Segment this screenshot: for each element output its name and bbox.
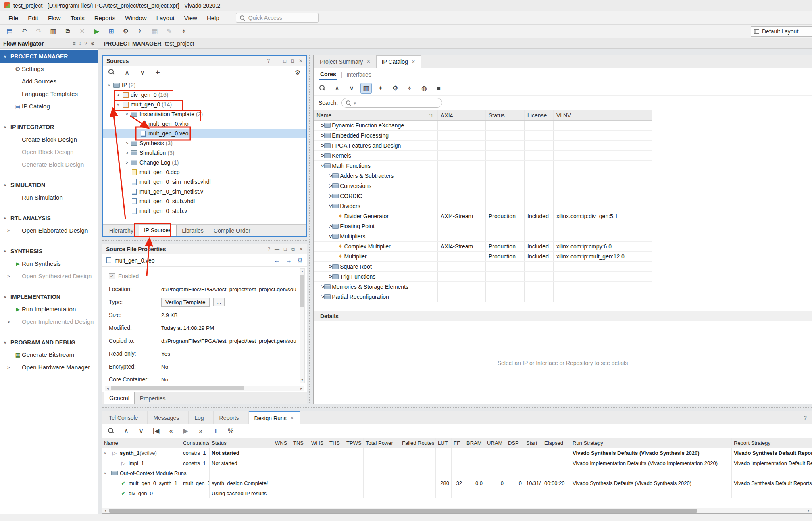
help-icon[interactable]: ?: [267, 58, 270, 64]
delete-button[interactable]: ✕: [77, 26, 88, 37]
web-button[interactable]: ◍: [418, 83, 430, 94]
column-header[interactable]: Report Strategy: [732, 438, 812, 448]
close-icon[interactable]: ✕: [412, 59, 415, 65]
console-tab[interactable]: Design Runs ✕: [249, 411, 300, 424]
column-header[interactable]: THS: [327, 438, 344, 448]
step-forward-button[interactable]: »: [195, 426, 206, 436]
search-button[interactable]: [106, 426, 117, 436]
tree-item[interactable]: mult_gen_0_sim_netlist.v: [103, 187, 306, 196]
maximize-icon[interactable]: □: [284, 246, 287, 252]
collapse-all-button[interactable]: ∧: [121, 426, 132, 436]
expand-chevron[interactable]: [329, 183, 332, 189]
flow-nav-item[interactable]: IMPLEMENTATION: [0, 290, 98, 303]
float-icon[interactable]: ⧉: [291, 246, 295, 252]
flow-nav-item[interactable]: Run Simulation: [0, 191, 98, 204]
console-tab[interactable]: Messages: [148, 411, 189, 424]
expand-chevron[interactable]: [329, 273, 332, 280]
copy-button[interactable]: ⧉: [62, 26, 73, 37]
catalog-row[interactable]: Multiplier Production Included xilinx.co…: [314, 252, 652, 262]
tree-item[interactable]: mult_gen_0_stub.v: [103, 206, 306, 216]
expand-all-button[interactable]: ∨: [346, 83, 357, 94]
expand-chevron[interactable]: [329, 203, 332, 209]
catalog-row[interactable]: CORDIC: [314, 191, 652, 201]
console-tab[interactable]: Tcl Console: [103, 411, 148, 424]
flow-nav-item[interactable]: SYNTHESIS: [0, 245, 98, 257]
minimize-button[interactable]: —: [796, 2, 808, 9]
expand-chevron[interactable]: [124, 141, 130, 146]
menu-item[interactable]: Reports: [90, 13, 120, 23]
properties-tab[interactable]: Properties: [135, 392, 171, 404]
close-icon[interactable]: ✕: [299, 246, 303, 252]
column-header[interactable]: TPWS: [344, 438, 364, 448]
column-header[interactable]: Total Power: [364, 438, 400, 448]
flow-nav-item[interactable]: Add Sources: [0, 75, 98, 88]
collapse-all-button[interactable]: ∧: [331, 83, 343, 94]
column-header-vlnv[interactable]: VLNV: [554, 110, 652, 120]
sources-tab[interactable]: Hierarchy: [104, 225, 138, 236]
search-options-icon[interactable]: [354, 100, 356, 106]
close-icon[interactable]: ✕: [366, 59, 370, 64]
create-run-button[interactable]: +: [210, 426, 221, 436]
dock-icon[interactable]: ≡: [73, 41, 76, 46]
help-icon[interactable]: ?: [804, 414, 807, 421]
forward-button[interactable]: →: [286, 257, 292, 264]
expand-chevron[interactable]: [329, 263, 332, 270]
program-device-button[interactable]: ⊞: [106, 26, 117, 37]
flow-nav-item[interactable]: RTL ANALYSIS: [0, 212, 98, 224]
properties-button[interactable]: ⌖: [404, 83, 415, 94]
editor-tab[interactable]: IP Catalog ✕: [376, 55, 421, 68]
save-button[interactable]: ▤: [4, 26, 15, 37]
tree-item[interactable]: mult_gen_0.veo: [103, 129, 306, 138]
column-header[interactable]: BRAM: [464, 438, 485, 448]
horizontal-scrollbar[interactable]: [105, 386, 304, 391]
column-header[interactable]: Run Strategy: [570, 438, 732, 448]
search-button[interactable]: [317, 83, 328, 94]
catalog-row[interactable]: Floating Point: [314, 221, 652, 231]
tree-item[interactable]: IP (2): [103, 80, 306, 90]
horizontal-scrollbar[interactable]: [102, 508, 812, 513]
report-button[interactable]: ▥: [48, 26, 59, 37]
tab-interfaces[interactable]: Interfaces: [346, 71, 371, 78]
column-header[interactable]: DSP: [506, 438, 524, 448]
properties-tab[interactable]: General: [104, 392, 135, 404]
layout-selector[interactable]: Default Layout: [751, 26, 812, 37]
flow-nav-item[interactable]: IP Catalog: [0, 100, 98, 113]
flow-nav-item[interactable]: PROJECT MANAGER: [0, 50, 98, 63]
catalog-row[interactable]: Dividers: [314, 201, 652, 211]
design-run-row[interactable]: div_gen_0 Using cached IP results: [102, 488, 812, 498]
column-header[interactable]: WHS: [309, 438, 327, 448]
column-header[interactable]: Name: [102, 438, 181, 448]
flow-nav-item[interactable]: Open Block Design: [0, 146, 98, 158]
flow-nav-item[interactable]: Open Elaborated Design: [0, 224, 98, 237]
menu-item[interactable]: View: [180, 13, 202, 23]
catalog-row[interactable]: Embedded Processing: [314, 131, 652, 141]
expand-chevron[interactable]: [321, 152, 324, 159]
menu-item[interactable]: File: [4, 13, 23, 23]
editor-tab[interactable]: Project Summary ✕: [314, 55, 376, 68]
column-header-name[interactable]: Name ^1: [314, 110, 438, 120]
flow-nav-item[interactable]: Language Templates: [0, 88, 98, 100]
help-icon[interactable]: ?: [85, 41, 87, 46]
column-header[interactable]: Elapsed: [542, 438, 570, 448]
expand-chevron[interactable]: [106, 83, 112, 88]
help-icon[interactable]: ?: [267, 246, 270, 252]
catalog-search-input[interactable]: [341, 98, 442, 108]
undo-button[interactable]: ↶: [19, 26, 30, 37]
vertical-scrollbar[interactable]: ▴▾: [300, 268, 305, 383]
settings-button[interactable]: ⚙: [120, 26, 131, 37]
expand-chevron[interactable]: [321, 163, 324, 169]
expand-chevron[interactable]: [329, 233, 332, 240]
maximize-icon[interactable]: □: [283, 58, 286, 64]
flow-nav-item[interactable]: Open Implemented Design: [0, 315, 98, 328]
edit-button[interactable]: ✎: [164, 26, 175, 37]
catalog-row[interactable]: Math Functions: [314, 161, 652, 171]
expand-chevron[interactable]: [321, 283, 324, 290]
catalog-row[interactable]: Adders & Subtracters: [314, 171, 652, 181]
type-select[interactable]: Verilog Template: [161, 298, 210, 307]
tree-item[interactable]: mult_gen_0_stub.vhdl: [103, 196, 306, 206]
customize-ip-button[interactable]: ⚙: [389, 83, 401, 94]
sources-tab[interactable]: Libraries: [177, 225, 208, 236]
tree-item[interactable]: div_gen_0 (16): [103, 90, 306, 100]
menu-item[interactable]: Flow: [44, 13, 65, 23]
timing-button[interactable]: ▦: [149, 26, 160, 37]
